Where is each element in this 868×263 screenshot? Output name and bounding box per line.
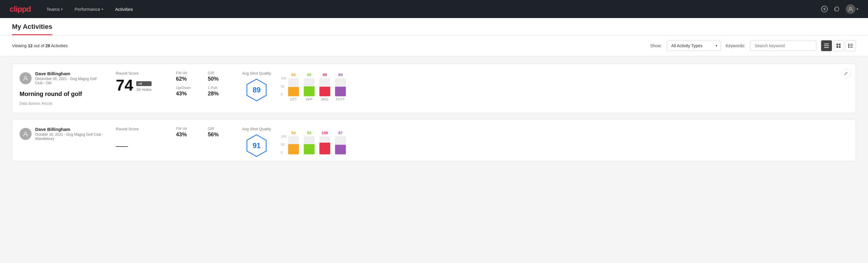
svg-rect-13: [848, 45, 849, 46]
search-input[interactable]: [750, 40, 816, 51]
avatar-button[interactable]: ▾: [846, 4, 858, 14]
y-axis: 100 50 0: [281, 72, 286, 96]
gir-stat: GIR 56%: [208, 127, 230, 138]
round-score-section: Round Score 74 +4 18 Holes: [116, 71, 164, 94]
round-score-row: 74 +4 18 Holes: [116, 77, 164, 93]
fw-hit-value: 43%: [176, 132, 198, 138]
performance-chevron-icon: ▾: [102, 7, 103, 11]
bar-col-putt: 89: [335, 72, 346, 96]
user-info: Dave Billingham October 16, 2021 - Gog M…: [20, 127, 104, 141]
bar-fill-arg: [319, 143, 330, 154]
bar-fill-arg: [319, 87, 330, 96]
fw-hit-label: FW Hit: [176, 71, 198, 75]
view-toggle: [821, 40, 856, 51]
data-source: Data Source: Arccos: [20, 101, 104, 106]
bar-fill-putt: [335, 145, 346, 154]
chart-wrapper: 100 50 0 85: [281, 72, 848, 101]
view-grid-button[interactable]: [833, 40, 844, 51]
bar-track-ott: [288, 136, 299, 154]
round-score-row: [116, 133, 164, 147]
teams-chevron-icon: ▾: [61, 7, 63, 11]
bar-label-ott: 85: [291, 72, 296, 77]
hexagon-container: 91: [242, 134, 271, 158]
fw-hit-value: 62%: [176, 76, 198, 82]
axis-app: APP: [304, 97, 315, 101]
bar-track-ott: [288, 78, 299, 96]
bar-track-arg: [319, 78, 330, 96]
user-name: Dave Billingham: [35, 127, 104, 132]
svg-rect-12: [850, 44, 853, 45]
hexagon-value: 89: [253, 86, 261, 94]
nav-item-activities[interactable]: Activities: [114, 4, 134, 14]
gir-value: 50%: [208, 76, 230, 82]
app-logo[interactable]: clippd: [10, 4, 31, 14]
bar-col-arg: 106: [319, 130, 330, 154]
bar-fill-ott: [288, 87, 299, 96]
bar-label-ott: 94: [291, 130, 296, 135]
viewing-count: 12: [28, 43, 33, 48]
card-left: Dave Billingham December 05, 2021 - Gog …: [20, 71, 104, 106]
gir-stat: GIR 50%: [208, 71, 230, 82]
up-down-stat: Up/Down 43%: [176, 86, 198, 97]
activity-title: Morning round of golf: [20, 90, 104, 98]
activity-card: Dave Billingham December 05, 2021 - Gog …: [12, 63, 856, 113]
y-axis: 100 50 0: [281, 130, 286, 154]
round-score-value: [116, 133, 128, 147]
gir-value: 56%: [208, 132, 230, 138]
view-list-compact-button[interactable]: [821, 40, 832, 51]
svg-rect-15: [848, 47, 849, 48]
viewing-text: Viewing 12 out of 29 Activities: [12, 43, 68, 48]
one-putt-value: 28%: [208, 91, 230, 97]
bar-fill-app: [304, 144, 315, 154]
svg-rect-10: [839, 46, 841, 48]
svg-point-17: [24, 77, 27, 79]
page-title: My Activities: [12, 23, 52, 35]
user-name: Dave Billingham: [35, 71, 104, 76]
quality-label: Avg Shot Quality: [242, 127, 271, 131]
user-info: Dave Billingham December 05, 2021 - Gog …: [20, 71, 104, 85]
svg-point-3: [850, 7, 852, 10]
bar-chart: 100 50 0 85: [281, 72, 848, 101]
activity-type-select-wrapper[interactable]: All Activity Types Round Practice Lesson: [667, 40, 721, 51]
quality-label: Avg Shot Quality: [242, 71, 271, 76]
svg-rect-16: [850, 47, 853, 48]
nav-item-teams[interactable]: Teams ▾: [45, 4, 64, 14]
svg-rect-8: [839, 43, 841, 46]
bar-col-ott: 94: [288, 130, 299, 154]
hexagon: 89: [245, 78, 269, 102]
svg-rect-14: [850, 46, 853, 46]
view-list-button[interactable]: [845, 40, 856, 51]
avatar: [20, 72, 32, 84]
fw-hit-stat: FW Hit 43%: [176, 127, 198, 138]
activity-type-select[interactable]: All Activity Types Round Practice Lesson: [667, 40, 721, 51]
bar-label-arg: 106: [321, 130, 328, 135]
grid-stats: FW Hit 62% GIR 50% Up/Down 43% 1 Putt 28…: [176, 71, 230, 97]
fw-hit-stat: FW Hit 62%: [176, 71, 198, 82]
nav-item-performance[interactable]: Performance ▾: [73, 4, 104, 14]
bar-track-app: [304, 136, 315, 154]
svg-rect-5: [824, 46, 829, 46]
fw-hit-label: FW Hit: [176, 127, 198, 131]
bar-label-putt: 89: [338, 72, 343, 77]
bar-col-ott: 85: [288, 72, 299, 96]
bar-track-putt: [335, 78, 346, 96]
axis-ott: OTT: [288, 97, 299, 101]
svg-rect-9: [836, 46, 838, 48]
add-icon[interactable]: [821, 6, 828, 12]
bar-col-putt: 87: [335, 130, 346, 154]
bar-col-arg: 89: [319, 72, 330, 96]
refresh-icon[interactable]: [834, 6, 840, 12]
bar-label-arg: 89: [323, 72, 327, 77]
svg-rect-6: [824, 47, 829, 48]
svg-rect-4: [824, 43, 829, 44]
round-score-value: 74: [116, 77, 133, 93]
bar-fill-app: [304, 86, 315, 96]
one-putt-label: 1 Putt: [208, 86, 230, 90]
score-badge-holes: +4 18 Holes: [136, 81, 152, 92]
activities-list: Dave Billingham December 05, 2021 - Gog …: [0, 56, 868, 169]
user-date: December 05, 2021 - Gog Magog Golf Club …: [35, 77, 104, 85]
card-quality: Avg Shot Quality 91 100 50 0: [242, 127, 848, 158]
bar-col-app: 90: [304, 72, 315, 96]
hexagon-value: 91: [253, 141, 261, 150]
bar-track-arg: [319, 136, 330, 154]
